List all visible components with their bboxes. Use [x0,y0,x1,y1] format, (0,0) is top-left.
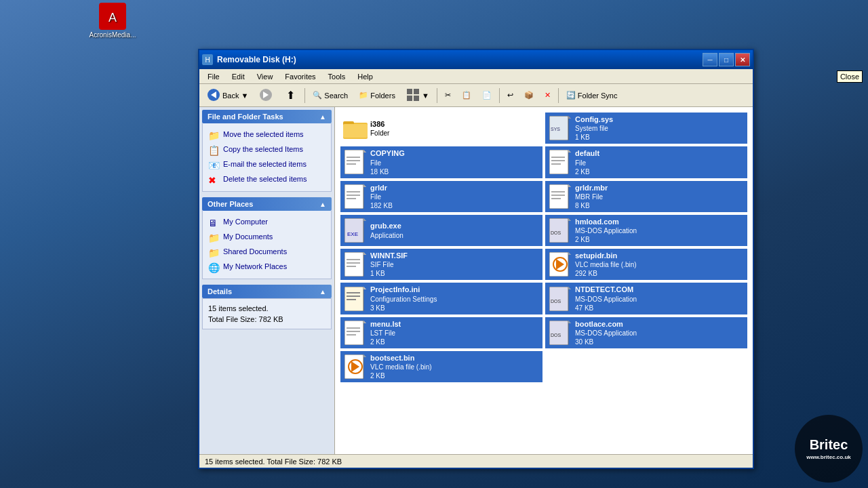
move-button[interactable]: 📦 [519,86,538,105]
forward-button[interactable] [254,86,277,105]
file-size: 30 KB [575,338,745,346]
folder-sync-button[interactable]: 🔄 Folder Sync [561,86,623,105]
folders-button[interactable]: 📁 Folders [354,86,400,105]
file-name: COPYING [370,148,540,158]
menu-favorites[interactable]: Favorites [279,71,321,82]
desktop-icon-acronis[interactable]: A AcronisMedia... [88,3,137,39]
file-item[interactable]: SYS Config.sysSystem file1 KB [545,113,747,144]
email-items-task[interactable]: 📧 E-mail the selected items [205,157,328,172]
file-size: 8 KB [575,201,745,210]
file-info: grldrFile182 KB [370,183,540,210]
menu-tools[interactable]: Tools [323,71,351,82]
paste-button[interactable]: 📄 [477,86,496,105]
back-button[interactable]: Back ▼ [202,86,253,105]
maximize-button[interactable]: □ [719,53,734,66]
svg-rect-10 [407,89,412,94]
file-item[interactable]: DOS hmload.comMS-DOS Application2 KB [545,215,747,246]
my-documents-link[interactable]: 📁 My Documents [205,230,328,245]
file-item[interactable]: bootsect.binVLC media file (.bin)2 KB [340,351,542,382]
file-info: grub.exeApplication [370,221,540,239]
menu-file[interactable]: File [202,71,225,82]
views-dropdown-icon: ▼ [422,92,429,100]
details-header[interactable]: Details ▲ [202,285,332,298]
file-info: bootsect.binVLC media file (.bin)2 KB [370,353,540,380]
file-name: bootlace.com [575,319,745,329]
file-item[interactable]: defaultFile2 KB [545,146,747,178]
file-info: i386Folder [370,119,540,138]
delete-items-task[interactable]: ✖ Delete the selected items [205,172,328,187]
undo-button[interactable]: ↩ [502,86,518,105]
separator-3 [499,88,500,103]
file-item[interactable]: WINNT.SIFSIF File1 KB [340,249,542,280]
file-item[interactable]: i386Folder [340,113,542,144]
watermark-subtitle: www.britec.co.uk [806,454,851,460]
file-info: grldr.mbrMBR File8 KB [575,183,745,210]
search-button[interactable]: 🔍 Search [308,86,353,105]
file-item[interactable]: COPYINGFile18 KB [340,146,542,178]
svg-marker-61 [568,252,571,255]
file-icon [548,150,572,174]
file-type: MS-DOS Application [575,226,745,235]
file-info: Config.sysSystem file1 KB [575,115,745,142]
search-icon: 🔍 [313,91,322,100]
file-type: System file [575,124,745,133]
close-button[interactable]: ✕ [735,53,750,66]
file-name: NTDETECT.COM [575,285,745,294]
copy-items-task[interactable]: 📋 Copy the selected Items [205,142,328,157]
file-name: grub.exe [370,221,540,230]
views-button[interactable]: ▼ [401,86,434,105]
files-area[interactable]: i386Folder SYS Config.sysSystem file1 KB… [335,107,753,454]
my-documents-icon: 📁 [208,232,219,243]
file-icon [548,252,572,277]
delete-button[interactable]: ✕ [540,86,555,105]
file-item[interactable]: EXE grub.exeApplication [340,215,542,246]
files-grid: i386Folder SYS Config.sysSystem file1 KB… [340,113,747,382]
menubar: File Edit View Favorites Tools Help [199,69,753,84]
cut-button[interactable]: ✂ [440,86,456,105]
file-item[interactable]: grldrFile182 KB [340,181,542,212]
my-network-places-link[interactable]: 🌐 My Network Places [205,260,328,274]
folders-icon: 📁 [359,91,368,100]
file-folder-tasks-content: 📁 Move the selected items 📋 Copy the sel… [202,123,332,192]
svg-text:A: A [108,11,117,24]
copy-button[interactable]: 📋 [457,86,476,105]
file-item[interactable]: menu.lstLST File2 KB [340,317,542,348]
menu-help[interactable]: Help [352,71,378,82]
statusbar-text: 15 items selected. Total File Size: 782 … [205,458,342,466]
file-item[interactable]: DOS NTDETECT.COMMS-DOS Application47 KB [545,283,747,314]
file-size: 3 KB [370,304,540,312]
total-size-text: Total File Size: 782 KB [208,315,326,323]
move-items-task[interactable]: 📁 Move the selected items [205,127,328,142]
my-computer-link[interactable]: 🖥 My Computer [205,215,328,230]
shared-documents-link[interactable]: 📁 Shared Documents [205,245,328,260]
file-item[interactable]: grldr.mbrMBR File8 KB [545,181,747,212]
svg-marker-35 [363,184,366,187]
svg-rect-77 [347,327,360,329]
copy-items-icon: 📋 [208,144,219,155]
minimize-button[interactable]: ─ [703,53,717,66]
search-label: Search [324,92,348,100]
file-item[interactable]: DOS bootlace.comMS-DOS Application30 KB [545,317,747,348]
file-folder-tasks-header[interactable]: File and Folder Tasks ▲ [202,110,332,123]
titlebar-icon: H [202,54,213,65]
other-places-collapse-icon: ▲ [319,201,326,208]
file-item[interactable]: setupidr.binVLC media file (.bin)292 KB [545,249,747,280]
items-selected-text: 15 items selected. [208,304,326,312]
svg-marker-82 [568,321,571,323]
file-info: NTDETECT.COMMS-DOS Application47 KB [575,285,745,312]
file-icon [343,150,368,174]
watermark-title: Britec [810,437,848,453]
other-places-header[interactable]: Other Places ▲ [202,197,332,211]
other-places-section: Other Places ▲ 🖥 My Computer 📁 My Docume… [202,197,332,279]
up-button[interactable]: ⬆ [279,86,302,105]
file-icon [343,116,368,140]
file-size: 47 KB [575,304,745,312]
file-icon [343,252,368,277]
menu-edit[interactable]: Edit [226,71,250,82]
file-item[interactable]: ProjectInfo.iniConfiguration Settings3 K… [340,283,542,314]
forward-icon [259,88,273,103]
menu-view[interactable]: View [252,71,279,82]
back-icon [207,88,220,103]
email-items-label: E-mail the selected items [223,159,307,169]
acronis-label: AcronisMedia... [90,31,136,39]
